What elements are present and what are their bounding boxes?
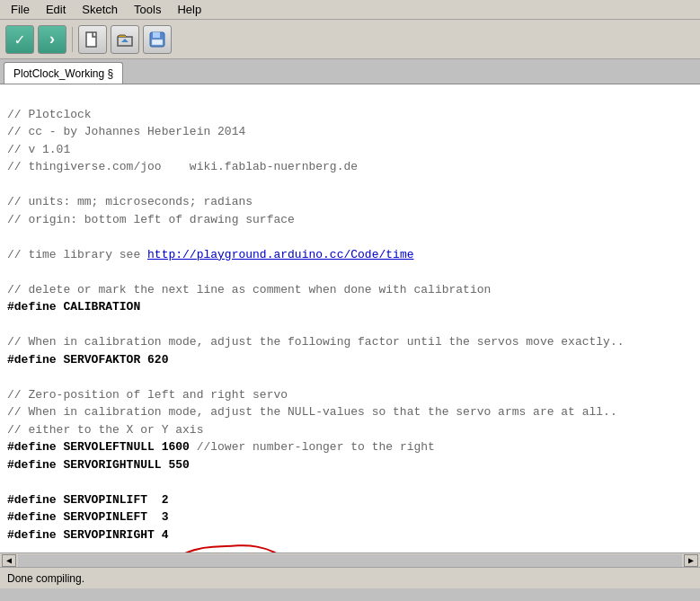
scroll-track[interactable] xyxy=(18,554,682,567)
editor-area[interactable]: // Plotclock // cc - by Johannes Heberle… xyxy=(0,84,700,552)
toolbar-separator-1 xyxy=(72,27,73,52)
svg-rect-5 xyxy=(152,40,163,45)
menu-edit[interactable]: Edit xyxy=(39,1,73,18)
statusbar: Done compiling. xyxy=(0,567,700,588)
menu-file[interactable]: File xyxy=(4,1,37,18)
active-tab[interactable]: PlotClock_Working § xyxy=(4,62,123,84)
upload-button[interactable]: › xyxy=(38,25,66,54)
toolbar: ✓ › xyxy=(0,20,700,59)
code-content: // Plotclock // cc - by Johannes Heberle… xyxy=(0,84,700,552)
open-button[interactable] xyxy=(111,25,139,54)
horizontal-scrollbar[interactable]: ◀ ▶ xyxy=(0,552,700,567)
svg-rect-4 xyxy=(153,32,160,38)
scroll-left-arrow[interactable]: ◀ xyxy=(2,554,16,567)
tab-label: PlotClock_Working § xyxy=(13,67,113,80)
status-text: Done compiling. xyxy=(7,572,84,585)
menu-sketch[interactable]: Sketch xyxy=(75,1,125,18)
new-button[interactable] xyxy=(78,25,107,54)
save-button[interactable] xyxy=(143,25,172,54)
verify-button[interactable]: ✓ xyxy=(5,25,34,54)
new-file-icon xyxy=(84,31,102,49)
tabbar: PlotClock_Working § xyxy=(0,59,700,84)
menu-help[interactable]: Help xyxy=(170,1,208,18)
svg-rect-0 xyxy=(86,32,96,47)
open-icon xyxy=(116,31,134,49)
menubar: File Edit Sketch Tools Help xyxy=(0,0,700,20)
menu-tools[interactable]: Tools xyxy=(127,1,168,18)
arduino-link[interactable]: http://playground.arduino.cc/Code/time xyxy=(147,248,413,261)
scroll-right-arrow[interactable]: ▶ xyxy=(684,554,698,567)
save-icon xyxy=(148,31,166,49)
